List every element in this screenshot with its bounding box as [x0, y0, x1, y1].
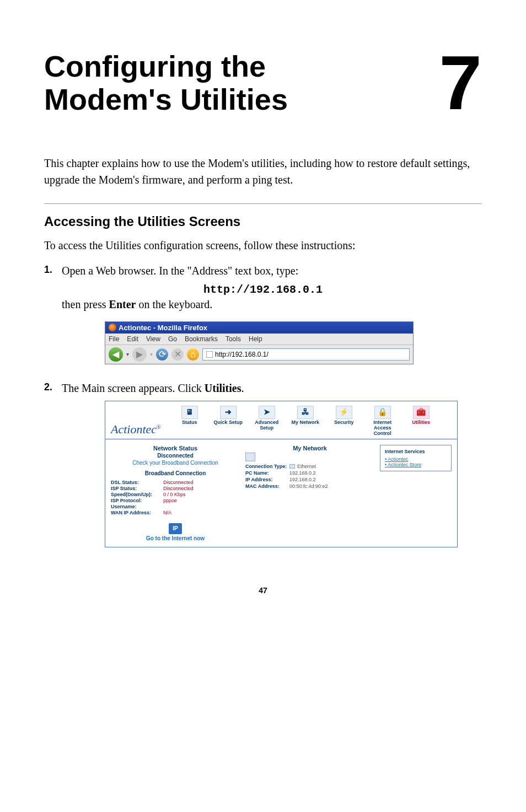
- dsl-status-key: DSL Status:: [111, 480, 163, 485]
- go-internet-link[interactable]: Go to the Internet now: [146, 535, 205, 541]
- service-link-store[interactable]: • Actiontec Store: [385, 462, 447, 467]
- menu-view[interactable]: View: [146, 335, 160, 343]
- menu-go[interactable]: Go: [168, 335, 177, 343]
- step-1-after-prefix: then press: [62, 298, 109, 310]
- tab-advanced-setup-label: Advanced Setup: [249, 420, 285, 431]
- forward-dropdown[interactable]: ▾: [150, 351, 153, 357]
- brand-logo: Actiontec®: [111, 422, 161, 437]
- step-2: 2. The Main screen appears. Click Utilit…: [44, 380, 482, 396]
- menu-edit[interactable]: Edit: [127, 335, 138, 343]
- brand-suffix: ®: [157, 423, 161, 429]
- username-key: Username:: [111, 504, 163, 509]
- lock-icon: 🔒: [374, 406, 391, 419]
- home-icon[interactable]: ⌂: [187, 348, 199, 361]
- my-network-title: My Network: [245, 445, 374, 451]
- speed-key: Speed(Down/Up):: [111, 492, 163, 497]
- my-network-icon: 🖧: [297, 406, 314, 419]
- speed-val: 0 / 0 Kbps: [163, 492, 186, 497]
- tab-status[interactable]: 🖥Status: [172, 406, 207, 437]
- menu-tools[interactable]: Tools: [226, 335, 241, 343]
- browser-titlebar: Actiontec - Mozilla Firefox: [105, 322, 413, 334]
- conn-type-val: Ethernet: [289, 464, 316, 469]
- step-1-code: http://192.168.0.1: [44, 283, 482, 296]
- pc-name-val: 192.168.0.2: [289, 470, 316, 476]
- pc-name-key: PC Name:: [245, 470, 289, 476]
- step-2-number: 2.: [44, 380, 62, 393]
- step-1-after: then press Enter on the keyboard.: [62, 296, 482, 313]
- router-header: Actiontec® 🖥Status ➜Quick Setup ➤Advance…: [105, 401, 457, 439]
- tab-quick-setup[interactable]: ➜Quick Setup: [211, 406, 246, 437]
- utilities-icon: 🧰: [413, 406, 430, 419]
- browser-toolbar: ◀ ▾ ▶ ▾ ⟳ ✕ ⌂ http://192.168.0.1/: [105, 345, 413, 364]
- stop-icon[interactable]: ✕: [171, 348, 184, 361]
- ethernet-icon: [289, 464, 295, 469]
- firefox-icon: [109, 324, 116, 331]
- browser-menubar: File Edit View Go Bookmarks Tools Help: [105, 334, 413, 345]
- address-bar[interactable]: http://192.168.0.1/: [202, 348, 410, 361]
- tab-internet-access-label: Internet Access Control: [365, 420, 400, 437]
- section-intro: To access the Utilities configuration sc…: [44, 237, 482, 254]
- isp-proto-val: pppoe: [163, 498, 177, 503]
- brand-text: Actiontec: [111, 422, 157, 436]
- forward-button[interactable]: ▶: [132, 347, 147, 362]
- step-1-after-suffix: on the keyboard.: [136, 298, 212, 310]
- router-main-screen: Actiontec® 🖥Status ➜Quick Setup ➤Advance…: [105, 401, 458, 547]
- title-line1: Configuring the: [44, 50, 266, 83]
- step-1-text: Open a Web browser. In the "Address" tex…: [62, 262, 482, 279]
- isp-proto-key: ISP Protocol:: [111, 498, 163, 503]
- page-number: 47: [44, 586, 482, 595]
- network-status-title: Network Status: [111, 445, 240, 451]
- page-title: Configuring the Modem's Utilities: [44, 50, 288, 116]
- chapter-number: 7: [428, 50, 482, 115]
- isp-status-key: ISP Status:: [111, 486, 163, 491]
- network-status-value: Disconnected: [111, 453, 240, 459]
- divider: [44, 203, 482, 204]
- tab-my-network[interactable]: 🖧My Network: [288, 406, 323, 437]
- tab-advanced-setup[interactable]: ➤Advanced Setup: [249, 406, 285, 437]
- browser-window: Actiontec - Mozilla Firefox File Edit Vi…: [105, 321, 414, 364]
- network-icon: [245, 453, 255, 461]
- mac-val: 00:50:fc:4d:90:e2: [289, 483, 328, 489]
- tab-internet-access[interactable]: 🔒Internet Access Control: [365, 406, 400, 437]
- tab-utilities-label: Utilities: [412, 420, 430, 426]
- dsl-status-val: Disconnected: [163, 480, 194, 485]
- step-1-after-bold: Enter: [109, 298, 136, 310]
- status-icon: 🖥: [181, 406, 198, 419]
- broadband-conn-title: Broadband Connection: [111, 470, 240, 476]
- tab-utilities[interactable]: 🧰Utilities: [404, 406, 439, 437]
- quick-setup-icon: ➜: [220, 406, 237, 419]
- step-1: 1. Open a Web browser. In the "Address" …: [44, 262, 482, 279]
- intro-paragraph: This chapter explains how to use the Mod…: [44, 155, 482, 188]
- ip-addr-key: IP Address:: [245, 477, 289, 482]
- isp-status-val: Disconnected: [163, 486, 194, 491]
- wan-ip-key: WAN IP Address:: [111, 510, 163, 515]
- address-url: http://192.168.0.1/: [215, 351, 269, 358]
- go-internet-block: IP Go to the Internet now: [111, 523, 240, 541]
- router-mid-col: My Network Connection Type:Ethernet PC N…: [245, 445, 374, 541]
- back-dropdown[interactable]: ▾: [126, 351, 129, 357]
- security-icon: ⚡: [336, 406, 352, 419]
- tab-status-label: Status: [182, 420, 197, 426]
- step-1-number: 1.: [44, 262, 62, 276]
- tab-quick-setup-label: Quick Setup: [213, 420, 243, 426]
- conn-type-key: Connection Type:: [245, 464, 289, 469]
- back-button[interactable]: ◀: [109, 347, 123, 362]
- title-line2: Modem's Utilities: [44, 83, 288, 116]
- wan-ip-val: N/A: [163, 510, 171, 515]
- section-heading: Accessing the Utilities Screens: [44, 214, 482, 229]
- mac-key: MAC Address:: [245, 483, 289, 489]
- menu-bookmarks[interactable]: Bookmarks: [185, 335, 218, 343]
- ip-addr-val: 192.168.0.2: [289, 477, 316, 482]
- menu-help[interactable]: Help: [249, 335, 262, 343]
- step-2-bold: Utilities: [205, 382, 241, 394]
- step-2-text: The Main screen appears. Click Utilities…: [62, 380, 482, 396]
- reload-icon[interactable]: ⟳: [156, 348, 168, 361]
- service-link-actiontec[interactable]: • Actiontec: [385, 456, 447, 462]
- check-connection-link[interactable]: Check your Broadband Connection: [111, 460, 240, 466]
- router-left-col: Network Status Disconnected Check your B…: [111, 445, 240, 541]
- router-tabs: 🖥Status ➜Quick Setup ➤Advanced Setup 🖧My…: [172, 406, 452, 437]
- page-icon: [206, 351, 213, 358]
- menu-file[interactable]: File: [109, 335, 119, 343]
- browser-title-text: Actiontec - Mozilla Firefox: [119, 324, 207, 332]
- tab-security[interactable]: ⚡Security: [326, 406, 362, 437]
